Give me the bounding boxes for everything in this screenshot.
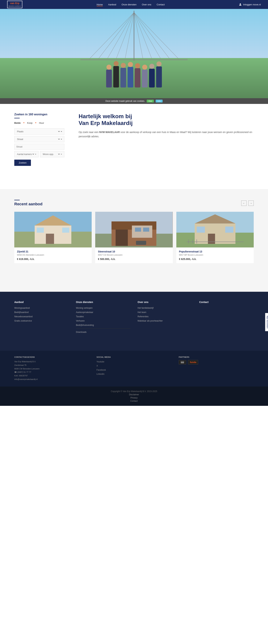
svg-line-5 bbox=[134, 12, 179, 59]
footer-col-contact: Contact bbox=[199, 301, 254, 334]
place-select[interactable]: Plaats bbox=[16, 130, 60, 133]
nav-diensten[interactable]: Onze diensten bbox=[122, 3, 136, 6]
copyright-text: Copyright © Van Erp Makelaardij B.V. 201… bbox=[4, 390, 264, 392]
favoriten-tab[interactable]: Mijn favorieten bbox=[265, 313, 268, 331]
nav-contact[interactable]: Contact bbox=[157, 3, 165, 6]
footer-link[interactable]: Bedrijfsaanbod bbox=[14, 311, 29, 314]
social-linkedin[interactable]: Linkedin bbox=[97, 373, 105, 375]
property-card[interactable]: Steenstraat 10 6657 CD Boven-Leeuwen € 5… bbox=[95, 212, 173, 263]
contact-email[interactable]: info@vanerpmakelaardij.nl bbox=[14, 378, 38, 380]
footer-link[interactable]: Het team bbox=[138, 311, 146, 314]
nav-home[interactable]: Home bbox=[97, 3, 103, 6]
footer-bottom: Contactgegevens Van Erp Makelaardij B.V.… bbox=[0, 351, 268, 386]
nav-login[interactable]: Inloggen move.nl bbox=[239, 3, 261, 6]
footer-link[interactable]: Woningsaanbod bbox=[14, 307, 30, 309]
partners-logos: NVM funda bbox=[179, 360, 254, 364]
property-info: Populierenstraat 13 6657 BP Boven-Leeuwe… bbox=[176, 248, 254, 263]
tab-huur[interactable]: Huur bbox=[39, 122, 44, 124]
chevron-down-icon4 bbox=[60, 153, 62, 155]
next-arrow[interactable]: → bbox=[248, 200, 254, 206]
svg-rect-25 bbox=[135, 228, 141, 232]
nav-aanbod[interactable]: Aanbod bbox=[108, 3, 116, 6]
social-x[interactable]: X bbox=[97, 364, 98, 367]
svg-line-9 bbox=[134, 12, 143, 59]
footer-link[interactable]: Aankoopmakelaar bbox=[76, 311, 93, 314]
footer-link[interactable]: Verhuren bbox=[76, 320, 85, 322]
property-card[interactable]: Populierenstraat 13 6657 BP Boven-Leeuwe… bbox=[176, 212, 254, 263]
street-select[interactable]: Straat bbox=[16, 138, 60, 141]
recent-title: Recent aanbod bbox=[14, 202, 43, 206]
footer-privacy[interactable]: Privacy bbox=[4, 396, 264, 399]
search-divider bbox=[14, 118, 20, 118]
footer-link[interactable]: Bedrijfshuisvesting bbox=[76, 324, 94, 326]
hero-person bbox=[120, 63, 126, 88]
living-select[interactable]: Woon.opp. bbox=[42, 153, 60, 156]
svg-line-7 bbox=[134, 12, 161, 59]
footer-link[interactable]: Nieuwbouwaanbod bbox=[14, 315, 33, 318]
recent-header-left: Recent aanbod bbox=[14, 200, 43, 206]
svg-line-4 bbox=[125, 12, 134, 59]
partners-title: Partners bbox=[179, 356, 254, 358]
hero-person bbox=[142, 65, 148, 88]
svg-rect-18 bbox=[62, 228, 69, 233]
footer-link[interactable]: Taxaties bbox=[76, 315, 84, 318]
hero-person bbox=[128, 62, 133, 88]
footer-disclaimer[interactable]: Disclaimer bbox=[4, 393, 264, 396]
svg-line-8 bbox=[134, 12, 152, 59]
footer-link[interactable]: Makelaar als poortwachter bbox=[138, 320, 163, 322]
cookie-ok-button[interactable]: Oké bbox=[147, 100, 154, 102]
rooms-select[interactable]: Aantal kamers bbox=[16, 153, 35, 156]
dot1: • bbox=[23, 121, 24, 125]
property-card[interactable]: Zijveld 21 6658 DG Beneden-Leeuwen € 619… bbox=[14, 212, 92, 263]
prev-arrow[interactable]: ← bbox=[241, 200, 246, 206]
hero-person bbox=[113, 61, 119, 88]
footer-link[interactable]: Referenties bbox=[138, 315, 148, 318]
svg-rect-23 bbox=[116, 230, 128, 246]
property-price: € 619.000,- k.k. bbox=[17, 258, 89, 260]
footer-aanbod-list: Woningsaanbod Bedrijfsaanbod Nieuwbouwaa… bbox=[14, 306, 69, 322]
footer-col-title: Aanbod bbox=[14, 301, 69, 304]
search-tabs: Beide • Koop • Huur bbox=[14, 121, 64, 125]
svg-line-6 bbox=[134, 12, 170, 59]
navbar: van Erp MAKELAARDIJ Home Aanbod Onze die… bbox=[0, 0, 268, 9]
social-facebook[interactable]: Facebook bbox=[97, 369, 106, 371]
social-youtube[interactable]: Youtube bbox=[97, 360, 104, 363]
contact-line: 6608 CW Beneden-Leeuwen bbox=[14, 367, 89, 371]
search-button[interactable]: Zoeken bbox=[14, 160, 31, 166]
contact-line: ☎ (0487) 51 77 77 bbox=[14, 370, 89, 374]
welcome-title: Hartelijk welkom bij Van Erp Makelaardij bbox=[79, 113, 254, 126]
footer-link[interactable]: Woning verkopen bbox=[76, 307, 93, 309]
footer-columns: Aanbod Woningsaanbod Bedrijfsaanbod Nieu… bbox=[14, 301, 254, 334]
spacer2 bbox=[0, 274, 268, 292]
property-name: Populierenstraat 13 bbox=[179, 250, 251, 253]
footer-link[interactable]: Downloads bbox=[76, 331, 87, 333]
svg-rect-27 bbox=[136, 241, 146, 245]
cookie-info-button[interactable]: Info bbox=[156, 100, 162, 102]
nav-over[interactable]: Over ons bbox=[142, 3, 151, 6]
chevron-down-icon2 bbox=[60, 138, 62, 140]
welcome-section: Hartelijk welkom bij Van Erp Makelaardij… bbox=[79, 113, 254, 166]
footer-link[interactable]: Gratis zoekservice bbox=[14, 320, 32, 322]
tab-beide[interactable]: Beide bbox=[14, 122, 21, 124]
footer-contact[interactable]: Contact bbox=[4, 400, 264, 402]
footer-dark: Aanbod Woningsaanbod Bedrijfsaanbod Nieu… bbox=[0, 292, 268, 351]
spacer bbox=[0, 175, 268, 189]
tab-koop[interactable]: Koop bbox=[27, 122, 33, 124]
copyright-bar: Copyright © Van Erp Makelaardij B.V. 201… bbox=[0, 386, 268, 406]
recent-section: Recent aanbod ← → Zi bbox=[0, 189, 268, 274]
street-input-row[interactable] bbox=[14, 144, 64, 150]
street-row: Straat bbox=[14, 136, 64, 142]
footer-divider bbox=[76, 328, 130, 328]
street-input[interactable] bbox=[16, 145, 62, 148]
footer-col-aanbod: Aanbod Woningsaanbod Bedrijfsaanbod Nieu… bbox=[14, 301, 69, 334]
property-info: Zijveld 21 6658 DG Beneden-Leeuwen € 619… bbox=[14, 248, 92, 263]
contact-line: KvK: 66630797 bbox=[14, 374, 89, 378]
logo[interactable]: van Erp MAKELAARDIJ bbox=[7, 1, 22, 8]
footer-diensten-list: Woning verkopen Aankoopmakelaar Taxaties… bbox=[76, 306, 130, 334]
cookie-message: Deze website maakt gebruik van cookies. bbox=[105, 100, 145, 102]
property-location: 6657 CD Boven-Leeuwen bbox=[98, 254, 170, 256]
social-title: Social Media bbox=[97, 356, 171, 358]
footer-link[interactable]: Het familiebedrijf bbox=[138, 307, 153, 309]
search-section: Zoeken in 160 woningen Beide • Koop • Hu… bbox=[14, 113, 64, 166]
property-name: Steenstraat 10 bbox=[98, 250, 170, 253]
